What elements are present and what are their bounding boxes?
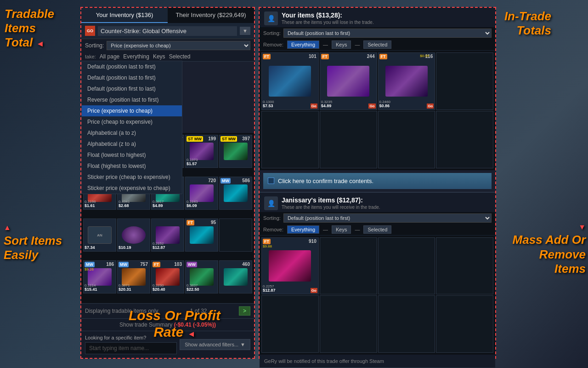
item-price: $20.31	[119, 287, 131, 292]
item-badge: ST MW	[220, 136, 237, 142]
item-cell[interactable]: 460	[219, 260, 252, 293]
game-selector: GO Counter-Strike: Global Offensive ▼	[81, 23, 254, 39]
item-count: 586	[242, 178, 250, 183]
game-dropdown-button[interactable]: ▼	[240, 27, 250, 35]
advanced-filters-button[interactable]: Show advanced filters... ▼	[180, 339, 250, 350]
their-remove-keys-button[interactable]: Keys	[332, 225, 351, 234]
search-input[interactable]	[85, 342, 177, 354]
tab-your-inventory[interactable]: Your Inventory ($136)	[81, 8, 168, 23]
trade-item-cell[interactable]: FT 244 0.3235 $4.89 Go	[320, 52, 377, 110]
item-price: $12.87	[263, 288, 276, 293]
item-price: $7.34	[85, 245, 95, 250]
item-cell[interactable]: 720 0.1143 $6.09	[185, 177, 218, 210]
trade-item-cell[interactable]: FT 116 0.2460 $0.86 Go $0.05	[378, 52, 435, 110]
notify-text: GeRy will be notified of this trade offe…	[264, 358, 384, 364]
trade-panel: 👤 Your items ($13,28): These are the ite…	[259, 7, 496, 359]
item-badge: FT	[263, 54, 271, 59]
trade-item-cell-empty	[436, 111, 493, 168]
item-cell[interactable]: WW 0.3837 $22.50	[185, 260, 218, 293]
trade-item-cell[interactable]: FT 910 $9.88 0.2257 $12.87 Go	[261, 237, 319, 295]
item-price: $1.57	[187, 161, 197, 167]
item-cell[interactable]: FT 95	[185, 218, 218, 252]
their-items-sort-bar: Sorting: Default (position last to first…	[260, 212, 495, 224]
item-count: 460	[242, 262, 250, 267]
their-items-grid: FT 910 $9.88 0.2257 $12.87 Go	[260, 236, 495, 355]
item-badge: MW	[220, 178, 231, 184]
item-cell[interactable]: MW 586	[219, 177, 252, 210]
sort-option-alpha-az[interactable]: Alphabetical (a to z)	[82, 127, 182, 138]
go-badge: Go	[427, 104, 434, 109]
game-icon: GO	[85, 26, 95, 36]
item-cell[interactable]: FT 103 0.2230 $20.40	[151, 260, 184, 293]
confirm-checkbox	[268, 178, 274, 184]
sort-option-reverse[interactable]: Reverse (position last to first)	[82, 94, 182, 105]
their-remove-selected-button[interactable]: Selected	[363, 225, 391, 234]
sort-option-default2[interactable]: Default (position last to first)	[82, 72, 182, 83]
take-selected[interactable]: Selected	[169, 53, 191, 60]
your-items-header: 👤 Your items ($13,28): These are the ite…	[260, 8, 495, 27]
item-price: $4.89	[153, 203, 163, 208]
sort-option-sticker-exp[interactable]: Sticker price (expensive to cheap)	[82, 183, 182, 194]
sort-dropdown[interactable]: Price (expensive to cheap)	[107, 41, 250, 50]
item-cell[interactable]: AN $7.34	[83, 218, 116, 252]
sort-option-float-low[interactable]: Float (lowest to highest)	[82, 150, 182, 161]
go-badge: Go	[311, 104, 317, 109]
item-count: 397	[242, 136, 250, 141]
panel-tabs: Your Inventory ($136) Their Inventory ($…	[81, 8, 254, 23]
item-price: $15.41	[85, 287, 97, 292]
your-remove-selected-button[interactable]: Selected	[363, 40, 391, 49]
your-remove-everything-button[interactable]: Everything	[287, 40, 319, 49]
take-everything[interactable]: Everything	[123, 53, 149, 60]
pagination-page: 1 of 32	[190, 308, 207, 314]
trade-item-cell[interactable]: FT 101 0.1300 $7.53 Go	[261, 52, 319, 110]
sort-option-first-last[interactable]: Default (position first to last)	[82, 83, 182, 94]
trade-item-cell-empty	[320, 111, 377, 168]
item-cell[interactable]: $10.19	[117, 218, 150, 252]
sort-option-alpha-za[interactable]: Alphabetical (z to a)	[82, 138, 182, 150]
weapon-image	[327, 66, 369, 97]
item-cell[interactable]: ST MW 397	[219, 135, 252, 168]
sort-option-price-asc[interactable]: Price (cheap to expensive)	[82, 116, 182, 127]
pagination-next-button[interactable]: >	[239, 306, 250, 316]
your-remove-separator1: —	[323, 42, 328, 47]
item-cell-empty	[219, 218, 252, 252]
item-cell[interactable]: MW 757 0.0871 $20.31	[117, 260, 150, 293]
their-remove-label: Remove:	[263, 227, 283, 232]
weapon-image	[385, 66, 428, 97]
item-price: $10.19	[119, 245, 131, 250]
your-remove-keys-button[interactable]: Keys	[332, 40, 351, 49]
take-allpage[interactable]: All page	[100, 53, 119, 60]
their-remove-sep1: —	[323, 227, 328, 232]
item-badge: FT	[263, 239, 271, 244]
their-remove-everything-button[interactable]: Everything	[287, 225, 319, 234]
their-items-section: 👤 Janissary's items ($12,87): These are …	[260, 193, 495, 368]
your-items-subtitle: These are the items you will lose in the…	[282, 20, 374, 25]
tab-their-inventory[interactable]: Their Inventory ($229,649)	[168, 8, 254, 23]
their-items-header: 👤 Janissary's items ($12,87): These are …	[260, 193, 495, 212]
confirm-trade-button[interactable]: Click here to confirm trade contents.	[263, 173, 492, 189]
item-count: 101	[309, 54, 317, 59]
their-remove-sep2: —	[355, 227, 360, 232]
weapon-image: AN	[88, 226, 112, 244]
item-count: 757	[140, 262, 148, 267]
sort-option-price-desc[interactable]: Price (expensive to cheap)	[82, 105, 182, 116]
item-price: $0.86	[379, 104, 390, 109]
item-price: $4.89	[321, 104, 332, 109]
your-sort-dropdown[interactable]: Default (position last to first)	[283, 29, 492, 38]
item-cell[interactable]: 0.2152 $12.87	[151, 218, 184, 252]
trade-item-cell-empty	[436, 52, 493, 110]
sort-option-default[interactable]: Default (position last to first)	[82, 61, 182, 72]
advanced-filters-label: Show advanced filters...	[185, 342, 238, 347]
their-items-remove-bar: Remove: Everything — Keys — Selected	[260, 224, 495, 236]
item-cell[interactable]: MW 186 $9.26 0.1114 $15.41	[83, 260, 116, 293]
item-price: $22.50	[187, 287, 199, 292]
trade-item-cell-empty	[378, 295, 435, 353]
their-sort-dropdown[interactable]: Default (position last to first)	[283, 213, 492, 223]
item-cell[interactable]: ST MW 199 0.1373 $1.57	[185, 135, 218, 168]
your-items-title: Your items ($13,28):	[282, 12, 374, 19]
item-count: 910	[309, 239, 317, 244]
take-keys[interactable]: Keys	[153, 53, 165, 60]
item-count: 95	[211, 220, 216, 225]
sort-option-float-high[interactable]: Float (highest to lowest)	[82, 161, 182, 172]
sort-option-sticker-cheap[interactable]: Sticker price (cheap to expensive)	[82, 172, 182, 183]
